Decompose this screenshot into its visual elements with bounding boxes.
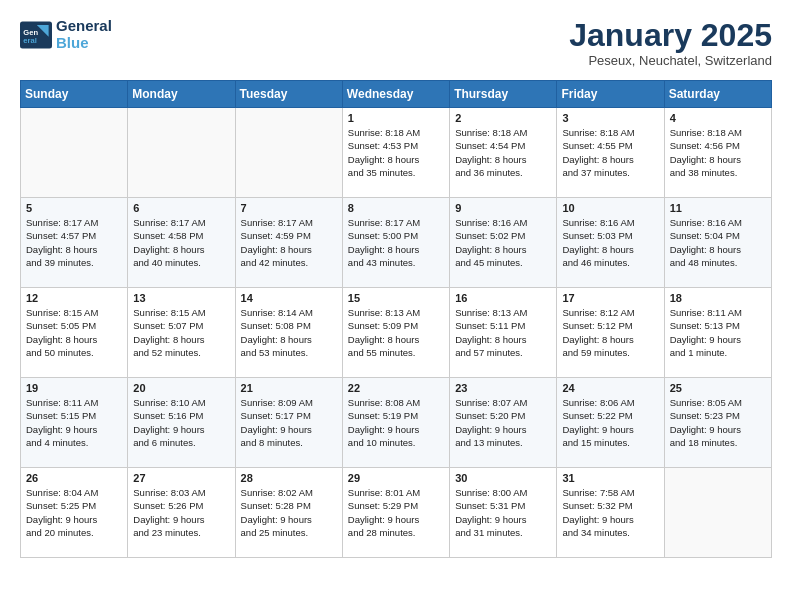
day-number: 13 (133, 292, 229, 304)
day-number: 31 (562, 472, 658, 484)
day-number: 4 (670, 112, 766, 124)
day-cell: 4Sunrise: 8:18 AM Sunset: 4:56 PM Daylig… (664, 108, 771, 198)
day-info: Sunrise: 8:13 AM Sunset: 5:11 PM Dayligh… (455, 306, 551, 359)
day-info: Sunrise: 8:04 AM Sunset: 5:25 PM Dayligh… (26, 486, 122, 539)
col-header-sunday: Sunday (21, 81, 128, 108)
day-cell: 1Sunrise: 8:18 AM Sunset: 4:53 PM Daylig… (342, 108, 449, 198)
day-number: 3 (562, 112, 658, 124)
calendar-table: SundayMondayTuesdayWednesdayThursdayFrid… (20, 80, 772, 558)
page: Gen eral General Blue January 2025 Peseu… (0, 0, 792, 576)
day-number: 25 (670, 382, 766, 394)
col-header-saturday: Saturday (664, 81, 771, 108)
day-number: 20 (133, 382, 229, 394)
day-cell: 8Sunrise: 8:17 AM Sunset: 5:00 PM Daylig… (342, 198, 449, 288)
day-number: 21 (241, 382, 337, 394)
col-header-friday: Friday (557, 81, 664, 108)
day-info: Sunrise: 8:09 AM Sunset: 5:17 PM Dayligh… (241, 396, 337, 449)
day-cell: 18Sunrise: 8:11 AM Sunset: 5:13 PM Dayli… (664, 288, 771, 378)
day-number: 28 (241, 472, 337, 484)
day-number: 5 (26, 202, 122, 214)
day-info: Sunrise: 8:18 AM Sunset: 4:54 PM Dayligh… (455, 126, 551, 179)
day-number: 6 (133, 202, 229, 214)
day-info: Sunrise: 8:16 AM Sunset: 5:02 PM Dayligh… (455, 216, 551, 269)
day-number: 9 (455, 202, 551, 214)
week-row-4: 19Sunrise: 8:11 AM Sunset: 5:15 PM Dayli… (21, 378, 772, 468)
week-row-2: 5Sunrise: 8:17 AM Sunset: 4:57 PM Daylig… (21, 198, 772, 288)
logo-icon: Gen eral (20, 21, 52, 49)
header: Gen eral General Blue January 2025 Peseu… (20, 18, 772, 68)
day-cell: 12Sunrise: 8:15 AM Sunset: 5:05 PM Dayli… (21, 288, 128, 378)
day-number: 19 (26, 382, 122, 394)
day-number: 26 (26, 472, 122, 484)
col-header-tuesday: Tuesday (235, 81, 342, 108)
col-header-thursday: Thursday (450, 81, 557, 108)
day-number: 8 (348, 202, 444, 214)
day-info: Sunrise: 8:12 AM Sunset: 5:12 PM Dayligh… (562, 306, 658, 359)
day-info: Sunrise: 8:17 AM Sunset: 4:58 PM Dayligh… (133, 216, 229, 269)
day-info: Sunrise: 8:17 AM Sunset: 4:57 PM Dayligh… (26, 216, 122, 269)
day-info: Sunrise: 8:01 AM Sunset: 5:29 PM Dayligh… (348, 486, 444, 539)
day-cell: 22Sunrise: 8:08 AM Sunset: 5:19 PM Dayli… (342, 378, 449, 468)
week-row-1: 1Sunrise: 8:18 AM Sunset: 4:53 PM Daylig… (21, 108, 772, 198)
header-row: SundayMondayTuesdayWednesdayThursdayFrid… (21, 81, 772, 108)
day-cell: 20Sunrise: 8:10 AM Sunset: 5:16 PM Dayli… (128, 378, 235, 468)
day-info: Sunrise: 8:07 AM Sunset: 5:20 PM Dayligh… (455, 396, 551, 449)
day-cell: 15Sunrise: 8:13 AM Sunset: 5:09 PM Dayli… (342, 288, 449, 378)
day-cell: 13Sunrise: 8:15 AM Sunset: 5:07 PM Dayli… (128, 288, 235, 378)
day-cell: 7Sunrise: 8:17 AM Sunset: 4:59 PM Daylig… (235, 198, 342, 288)
day-info: Sunrise: 8:17 AM Sunset: 4:59 PM Dayligh… (241, 216, 337, 269)
week-row-5: 26Sunrise: 8:04 AM Sunset: 5:25 PM Dayli… (21, 468, 772, 558)
day-cell: 29Sunrise: 8:01 AM Sunset: 5:29 PM Dayli… (342, 468, 449, 558)
day-cell: 19Sunrise: 8:11 AM Sunset: 5:15 PM Dayli… (21, 378, 128, 468)
day-cell: 10Sunrise: 8:16 AM Sunset: 5:03 PM Dayli… (557, 198, 664, 288)
day-number: 11 (670, 202, 766, 214)
day-cell: 16Sunrise: 8:13 AM Sunset: 5:11 PM Dayli… (450, 288, 557, 378)
day-info: Sunrise: 8:08 AM Sunset: 5:19 PM Dayligh… (348, 396, 444, 449)
day-info: Sunrise: 8:18 AM Sunset: 4:53 PM Dayligh… (348, 126, 444, 179)
day-cell (128, 108, 235, 198)
day-cell: 28Sunrise: 8:02 AM Sunset: 5:28 PM Dayli… (235, 468, 342, 558)
day-info: Sunrise: 8:11 AM Sunset: 5:15 PM Dayligh… (26, 396, 122, 449)
day-number: 29 (348, 472, 444, 484)
day-number: 1 (348, 112, 444, 124)
day-info: Sunrise: 8:16 AM Sunset: 5:04 PM Dayligh… (670, 216, 766, 269)
day-number: 17 (562, 292, 658, 304)
day-cell: 24Sunrise: 8:06 AM Sunset: 5:22 PM Dayli… (557, 378, 664, 468)
col-header-wednesday: Wednesday (342, 81, 449, 108)
day-info: Sunrise: 8:00 AM Sunset: 5:31 PM Dayligh… (455, 486, 551, 539)
day-info: Sunrise: 8:02 AM Sunset: 5:28 PM Dayligh… (241, 486, 337, 539)
day-cell: 5Sunrise: 8:17 AM Sunset: 4:57 PM Daylig… (21, 198, 128, 288)
day-cell: 2Sunrise: 8:18 AM Sunset: 4:54 PM Daylig… (450, 108, 557, 198)
day-cell: 23Sunrise: 8:07 AM Sunset: 5:20 PM Dayli… (450, 378, 557, 468)
week-row-3: 12Sunrise: 8:15 AM Sunset: 5:05 PM Dayli… (21, 288, 772, 378)
day-number: 18 (670, 292, 766, 304)
day-cell: 6Sunrise: 8:17 AM Sunset: 4:58 PM Daylig… (128, 198, 235, 288)
day-info: Sunrise: 8:17 AM Sunset: 5:00 PM Dayligh… (348, 216, 444, 269)
day-number: 14 (241, 292, 337, 304)
day-cell: 31Sunrise: 7:58 AM Sunset: 5:32 PM Dayli… (557, 468, 664, 558)
day-number: 23 (455, 382, 551, 394)
col-header-monday: Monday (128, 81, 235, 108)
day-info: Sunrise: 7:58 AM Sunset: 5:32 PM Dayligh… (562, 486, 658, 539)
day-number: 15 (348, 292, 444, 304)
day-number: 24 (562, 382, 658, 394)
location: Peseux, Neuchatel, Switzerland (569, 53, 772, 68)
day-info: Sunrise: 8:13 AM Sunset: 5:09 PM Dayligh… (348, 306, 444, 359)
day-number: 10 (562, 202, 658, 214)
day-info: Sunrise: 8:18 AM Sunset: 4:55 PM Dayligh… (562, 126, 658, 179)
day-cell: 25Sunrise: 8:05 AM Sunset: 5:23 PM Dayli… (664, 378, 771, 468)
day-cell (235, 108, 342, 198)
day-number: 30 (455, 472, 551, 484)
day-cell: 26Sunrise: 8:04 AM Sunset: 5:25 PM Dayli… (21, 468, 128, 558)
day-number: 16 (455, 292, 551, 304)
logo: Gen eral General Blue (20, 18, 112, 51)
day-number: 27 (133, 472, 229, 484)
day-number: 2 (455, 112, 551, 124)
day-cell: 27Sunrise: 8:03 AM Sunset: 5:26 PM Dayli… (128, 468, 235, 558)
day-info: Sunrise: 8:15 AM Sunset: 5:07 PM Dayligh… (133, 306, 229, 359)
day-cell (21, 108, 128, 198)
day-number: 22 (348, 382, 444, 394)
svg-text:eral: eral (23, 36, 36, 45)
day-info: Sunrise: 8:14 AM Sunset: 5:08 PM Dayligh… (241, 306, 337, 359)
month-title: January 2025 (569, 18, 772, 53)
